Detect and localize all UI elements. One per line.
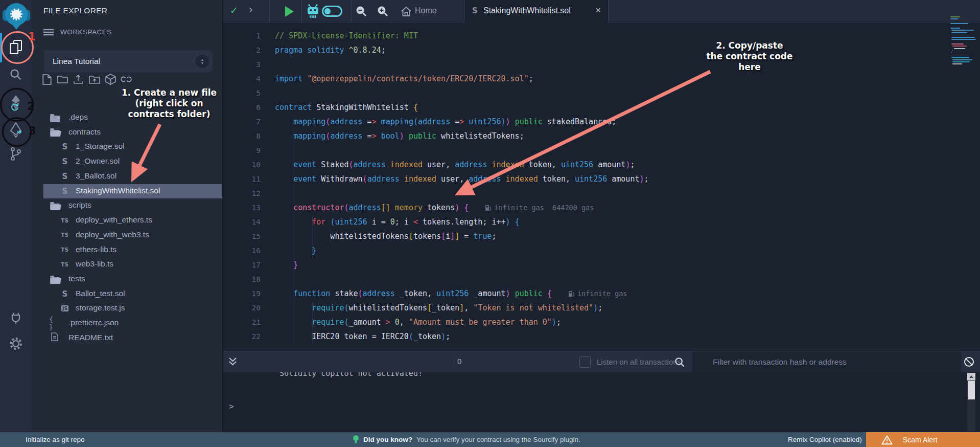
next-chevron-icon[interactable]: › — [249, 3, 252, 16]
scrollbar-thumb[interactable] — [968, 381, 975, 399]
tree-row-1-storage-sol[interactable]: S1_Storage.sol — [32, 140, 222, 154]
workspaces-menu-icon[interactable] — [43, 29, 54, 38]
zoom-in-icon[interactable] — [377, 5, 389, 20]
code-line-10[interactable]: 10 event Staked(address indexed user, ad… — [223, 158, 980, 172]
workspace-caret-icon[interactable]: ▲▼ — [196, 55, 209, 68]
link-icon[interactable] — [120, 73, 132, 85]
code-line-2[interactable]: 2pragma solidity ^0.8.24; — [223, 43, 980, 57]
tree-row-scripts[interactable]: scripts — [32, 198, 222, 213]
solidity-file-icon: S — [472, 6, 478, 15]
code-line-11[interactable]: 11 event Withdrawn(address indexed user,… — [223, 172, 980, 186]
scroll-up-icon[interactable] — [967, 373, 975, 381]
line-number: 19 — [223, 286, 261, 301]
tree-row-stakingwithwhitelist-sol[interactable]: SStakingWithWhitelist.sol — [43, 184, 222, 198]
copilot-toggle[interactable] — [322, 6, 342, 17]
tab-staking-file[interactable]: S StakingWithWhitelist.sol × — [464, 0, 608, 23]
tree-row-deploy-with-ethers-ts[interactable]: TSdeploy_with_ethers.ts — [32, 213, 222, 228]
code-line-5[interactable]: 5 — [223, 86, 980, 100]
init-git-repo-button[interactable]: Initialize as git repo — [26, 436, 85, 443]
new-file-icon[interactable] — [41, 73, 53, 85]
tab-home[interactable]: Home — [415, 6, 437, 15]
minimap-line — [950, 23, 968, 24]
upload-file-icon[interactable] — [72, 73, 84, 85]
tree-row-2-owner-sol[interactable]: S2_Owner.sol — [32, 154, 222, 169]
accept-check-icon[interactable]: ✓ — [230, 5, 238, 16]
code-editor[interactable]: 1// SPDX-License-Identifier: MIT2pragma … — [223, 23, 980, 351]
sol-icon: S — [62, 157, 68, 166]
run-script-icon[interactable] — [284, 6, 294, 19]
minimap-line — [952, 50, 953, 51]
minimap-line — [951, 37, 975, 38]
settings-gear-icon[interactable] — [0, 337, 32, 351]
tree-row-web3-lib-ts[interactable]: TSweb3-lib.ts — [32, 257, 222, 272]
search-icon[interactable] — [0, 68, 32, 82]
zoom-out-icon[interactable] — [355, 5, 368, 20]
remix-logo-icon[interactable] — [4, 3, 29, 29]
file-explorer-icon[interactable] — [0, 39, 32, 55]
code-line-17[interactable]: 17 } — [223, 258, 980, 272]
tree-row-ethers-lib-ts[interactable]: TSethers-lib.ts — [32, 243, 222, 257]
copilot-robot-icon[interactable] — [306, 4, 320, 20]
deploy-run-icon[interactable] — [0, 122, 32, 139]
line-number: 6 — [223, 100, 261, 115]
step1-badge: 1 — [28, 31, 36, 43]
minimap-line — [954, 48, 965, 49]
line-number: 13 — [223, 200, 261, 215]
tree-row-3-ballot-sol[interactable]: S3_Ballot.sol — [32, 169, 222, 184]
tree-row-storage-test-js[interactable]: JSstorage.test.js — [32, 301, 222, 316]
line-content: pragma solidity ^0.8.24; — [275, 43, 386, 57]
code-line-12[interactable]: 12 — [223, 186, 980, 200]
code-line-4[interactable]: 4import "@openzeppelin/contracts/token/E… — [223, 72, 980, 86]
tree-label: deploy_with_web3.ts — [76, 230, 149, 239]
home-icon[interactable] — [401, 6, 412, 19]
listen-checkbox[interactable] — [579, 356, 591, 368]
code-line-13[interactable]: 13 constructor(address[] memory tokens) … — [223, 200, 980, 215]
tree-row--prettierrc-json[interactable]: { }.prettierrc.json — [32, 316, 222, 330]
line-number: 15 — [223, 229, 261, 243]
close-tab-icon[interactable]: × — [595, 5, 601, 16]
tree-label: storage.test.js — [76, 303, 125, 312]
folder-open-icon — [50, 275, 60, 284]
collapse-terminal-icon[interactable] — [228, 357, 237, 369]
code-line-9[interactable]: 9 — [223, 143, 980, 158]
tree-row-tests[interactable]: tests — [32, 272, 222, 286]
terminal-bar: 0 Listen on all transactions — [223, 351, 980, 372]
minimap[interactable] — [950, 16, 978, 73]
clear-console-icon[interactable] — [963, 356, 975, 370]
tree-row-deploy-with-web3-ts[interactable]: TSdeploy_with_web3.ts — [32, 228, 222, 242]
tree-row-ballot-test-sol[interactable]: SBallot_test.sol — [32, 287, 222, 301]
code-line-16[interactable]: 16 } — [223, 243, 980, 258]
terminal-search-icon[interactable] — [674, 356, 686, 370]
code-line-6[interactable]: 6contract StakingWithWhitelist { — [223, 100, 980, 115]
terminal-scrollbar[interactable] — [967, 373, 975, 431]
tree-row-contracts[interactable]: contracts — [32, 125, 222, 140]
workspace-name: Linea Tutorial — [53, 51, 100, 72]
line-content: constructor(address[] memory tokens) {in… — [275, 200, 594, 215]
code-line-1[interactable]: 1// SPDX-License-Identifier: MIT — [223, 29, 980, 43]
minimap-line — [952, 63, 962, 64]
workspace-select[interactable]: Linea Tutorial ▲▼ — [44, 51, 213, 72]
code-line-21[interactable]: 21 require(_amount > 0, "Amount must be … — [223, 315, 980, 329]
code-line-18[interactable]: 18 — [223, 272, 980, 286]
code-line-19[interactable]: 19 function stake(address _token, uint25… — [223, 286, 980, 301]
transaction-filter-input[interactable] — [692, 351, 961, 372]
code-line-20[interactable]: 20 require(whitelistedTokens[_token], "T… — [223, 301, 980, 315]
code-line-22[interactable]: 22 IERC20 token = IERC20(_token); — [223, 329, 980, 344]
new-folder-icon[interactable] — [56, 73, 68, 85]
tree-row-readme-txt[interactable]: README.txt — [32, 331, 222, 345]
line-content: import "@openzeppelin/contracts/token/ER… — [275, 72, 533, 86]
listen-label[interactable]: Listen on all transactions — [597, 357, 681, 366]
scam-alert-button[interactable]: Scam Alert — [866, 432, 980, 447]
upload-folder-icon[interactable] — [88, 73, 101, 85]
plugin-manager-icon[interactable] — [0, 311, 32, 325]
code-line-15[interactable]: 15 whitelistedTokens[tokens[i]] = true; — [223, 229, 980, 243]
code-line-7[interactable]: 7 mapping(address => mapping(address => … — [223, 115, 980, 129]
code-line-8[interactable]: 8 mapping(address => bool) public whitel… — [223, 129, 980, 143]
copilot-status[interactable]: Remix Copilot (enabled) — [788, 436, 862, 443]
terminal-output[interactable]: Solidity copilot not activated! > — [223, 372, 980, 432]
code-line-3[interactable]: 3 — [223, 57, 980, 72]
did-you-know-tip: Did you know? You can verify your contra… — [353, 435, 580, 444]
git-icon[interactable] — [0, 146, 32, 162]
cube-icon[interactable] — [104, 73, 116, 85]
code-line-14[interactable]: 14 for (uint256 i = 0; i < tokens.length… — [223, 215, 980, 229]
